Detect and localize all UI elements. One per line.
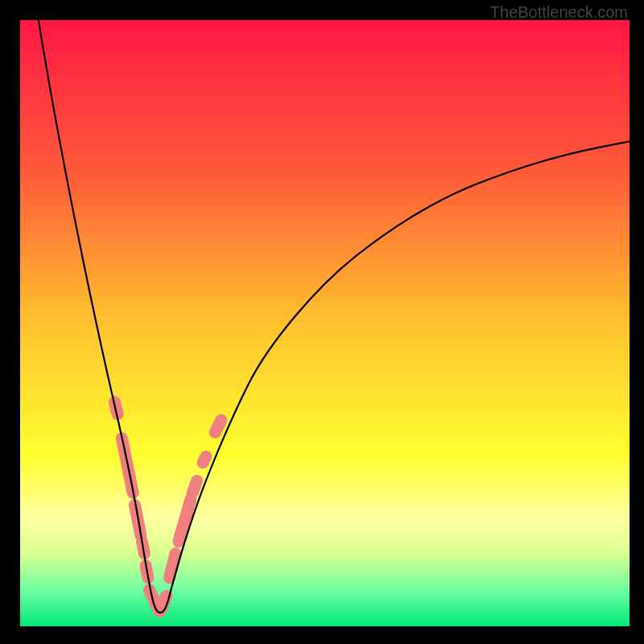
chart-curve (20, 20, 630, 626)
curve-markers (114, 402, 221, 611)
main-curve (39, 20, 630, 613)
marker-segment (192, 481, 196, 493)
plot-area (20, 20, 630, 626)
marker-segment (179, 499, 191, 542)
watermark-text: TheBottleneck.com (490, 3, 628, 22)
marker-segment (215, 420, 221, 432)
marker-segment (203, 456, 206, 463)
